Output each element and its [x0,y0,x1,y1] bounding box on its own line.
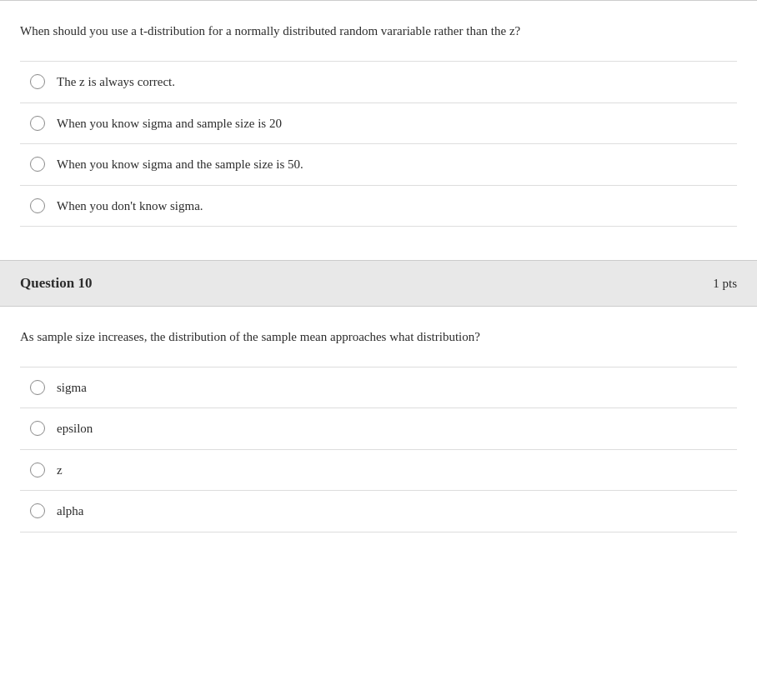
q10-radio-2[interactable] [30,421,45,436]
q10-header: Question 10 1 pts [0,260,757,306]
q9-section: When should you use a t-distribution for… [0,1,757,240]
q9-radio-4[interactable] [30,198,45,213]
q10-option-3[interactable]: z [20,449,737,491]
q10-options-list: sigma epsilon z alpha [20,367,737,532]
q10-option-1[interactable]: sigma [20,367,737,408]
q10-option-label-2: epsilon [57,419,93,438]
q10-radio-4[interactable] [30,503,45,518]
q10-title: Question 10 [20,272,92,294]
q9-radio-3[interactable] [30,157,45,172]
q10-option-2[interactable]: epsilon [20,408,737,449]
q10-radio-3[interactable] [30,462,45,478]
q9-radio-1[interactable] [30,74,45,89]
q9-option-label-1: The z is always correct. [57,72,175,92]
q9-option-label-2: When you know sigma and sample size is 2… [57,114,282,133]
q9-option-2[interactable]: When you know sigma and sample size is 2… [20,102,737,144]
q9-options-list: The z is always correct. When you know s… [20,61,737,227]
q10-option-4[interactable]: alpha [20,490,737,532]
q9-option-label-4: When you don't know sigma. [57,197,203,216]
q10-radio-1[interactable] [30,380,45,395]
q9-option-1[interactable]: The z is always correct. [20,61,737,102]
q10-option-label-1: sigma [57,378,87,398]
q9-option-label-3: When you know sigma and the sample size … [57,155,303,174]
q10-option-label-3: z [57,461,63,480]
q10-option-label-4: alpha [57,502,83,521]
q9-option-4[interactable]: When you don't know sigma. [20,185,737,228]
q10-question-text: As sample size increases, the distributi… [20,327,737,347]
page-container: When should you use a t-distribution for… [0,0,757,546]
q9-option-3[interactable]: When you know sigma and the sample size … [20,143,737,185]
q10-pts: 1 pts [713,274,737,293]
q9-radio-2[interactable] [30,116,45,131]
q9-question-text: When should you use a t-distribution for… [20,21,737,41]
q10-section: As sample size increases, the distributi… [0,307,757,546]
